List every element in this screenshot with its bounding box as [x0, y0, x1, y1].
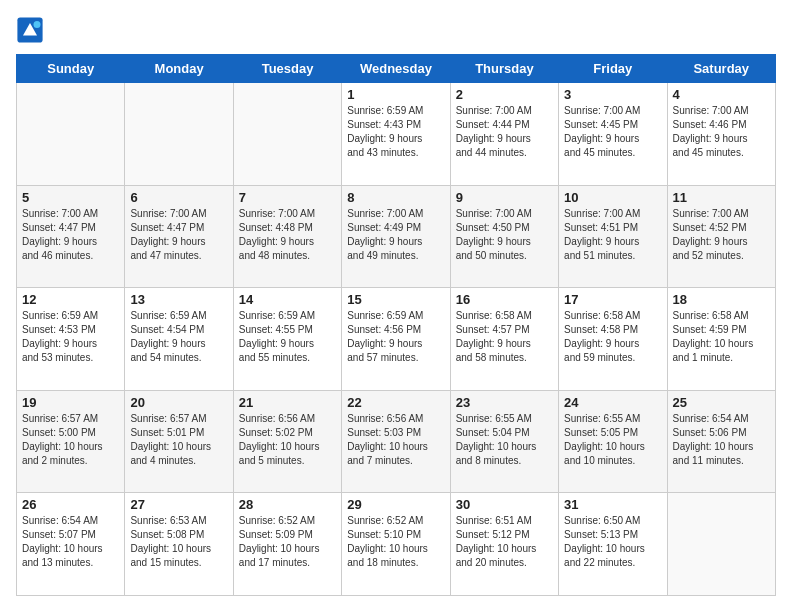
day-number: 18 [673, 292, 770, 307]
day-detail: Sunrise: 6:50 AM Sunset: 5:13 PM Dayligh… [564, 514, 661, 570]
calendar-cell: 23Sunrise: 6:55 AM Sunset: 5:04 PM Dayli… [450, 390, 558, 493]
calendar-cell: 2Sunrise: 7:00 AM Sunset: 4:44 PM Daylig… [450, 83, 558, 186]
day-detail: Sunrise: 7:00 AM Sunset: 4:45 PM Dayligh… [564, 104, 661, 160]
weekday-header-saturday: Saturday [667, 55, 775, 83]
day-detail: Sunrise: 6:54 AM Sunset: 5:06 PM Dayligh… [673, 412, 770, 468]
calendar-cell: 7Sunrise: 7:00 AM Sunset: 4:48 PM Daylig… [233, 185, 341, 288]
weekday-header-thursday: Thursday [450, 55, 558, 83]
day-detail: Sunrise: 6:54 AM Sunset: 5:07 PM Dayligh… [22, 514, 119, 570]
day-detail: Sunrise: 6:58 AM Sunset: 4:58 PM Dayligh… [564, 309, 661, 365]
day-number: 3 [564, 87, 661, 102]
day-detail: Sunrise: 6:59 AM Sunset: 4:43 PM Dayligh… [347, 104, 444, 160]
calendar-cell: 30Sunrise: 6:51 AM Sunset: 5:12 PM Dayli… [450, 493, 558, 596]
day-detail: Sunrise: 7:00 AM Sunset: 4:48 PM Dayligh… [239, 207, 336, 263]
day-detail: Sunrise: 6:52 AM Sunset: 5:09 PM Dayligh… [239, 514, 336, 570]
day-detail: Sunrise: 6:55 AM Sunset: 5:04 PM Dayligh… [456, 412, 553, 468]
weekday-header-friday: Friday [559, 55, 667, 83]
calendar-cell: 31Sunrise: 6:50 AM Sunset: 5:13 PM Dayli… [559, 493, 667, 596]
day-detail: Sunrise: 6:52 AM Sunset: 5:10 PM Dayligh… [347, 514, 444, 570]
calendar-cell [17, 83, 125, 186]
calendar-cell [125, 83, 233, 186]
calendar-cell: 12Sunrise: 6:59 AM Sunset: 4:53 PM Dayli… [17, 288, 125, 391]
day-number: 25 [673, 395, 770, 410]
day-number: 8 [347, 190, 444, 205]
week-row-4: 19Sunrise: 6:57 AM Sunset: 5:00 PM Dayli… [17, 390, 776, 493]
weekday-header-row: SundayMondayTuesdayWednesdayThursdayFrid… [17, 55, 776, 83]
day-detail: Sunrise: 7:00 AM Sunset: 4:47 PM Dayligh… [22, 207, 119, 263]
day-number: 15 [347, 292, 444, 307]
calendar-cell: 5Sunrise: 7:00 AM Sunset: 4:47 PM Daylig… [17, 185, 125, 288]
svg-point-2 [34, 21, 41, 28]
calendar-cell: 17Sunrise: 6:58 AM Sunset: 4:58 PM Dayli… [559, 288, 667, 391]
day-detail: Sunrise: 6:51 AM Sunset: 5:12 PM Dayligh… [456, 514, 553, 570]
calendar-cell: 24Sunrise: 6:55 AM Sunset: 5:05 PM Dayli… [559, 390, 667, 493]
day-number: 22 [347, 395, 444, 410]
week-row-3: 12Sunrise: 6:59 AM Sunset: 4:53 PM Dayli… [17, 288, 776, 391]
day-number: 19 [22, 395, 119, 410]
day-number: 31 [564, 497, 661, 512]
day-number: 17 [564, 292, 661, 307]
calendar-cell: 11Sunrise: 7:00 AM Sunset: 4:52 PM Dayli… [667, 185, 775, 288]
day-detail: Sunrise: 6:55 AM Sunset: 5:05 PM Dayligh… [564, 412, 661, 468]
logo-icon [16, 16, 44, 44]
calendar-cell: 28Sunrise: 6:52 AM Sunset: 5:09 PM Dayli… [233, 493, 341, 596]
calendar-cell: 1Sunrise: 6:59 AM Sunset: 4:43 PM Daylig… [342, 83, 450, 186]
day-detail: Sunrise: 6:58 AM Sunset: 4:59 PM Dayligh… [673, 309, 770, 365]
calendar-cell: 16Sunrise: 6:58 AM Sunset: 4:57 PM Dayli… [450, 288, 558, 391]
day-number: 23 [456, 395, 553, 410]
week-row-5: 26Sunrise: 6:54 AM Sunset: 5:07 PM Dayli… [17, 493, 776, 596]
calendar-cell: 10Sunrise: 7:00 AM Sunset: 4:51 PM Dayli… [559, 185, 667, 288]
day-number: 11 [673, 190, 770, 205]
calendar-cell: 25Sunrise: 6:54 AM Sunset: 5:06 PM Dayli… [667, 390, 775, 493]
day-detail: Sunrise: 6:57 AM Sunset: 5:00 PM Dayligh… [22, 412, 119, 468]
logo [16, 16, 46, 44]
day-detail: Sunrise: 7:00 AM Sunset: 4:50 PM Dayligh… [456, 207, 553, 263]
day-detail: Sunrise: 6:56 AM Sunset: 5:03 PM Dayligh… [347, 412, 444, 468]
calendar-cell: 14Sunrise: 6:59 AM Sunset: 4:55 PM Dayli… [233, 288, 341, 391]
day-detail: Sunrise: 7:00 AM Sunset: 4:49 PM Dayligh… [347, 207, 444, 263]
calendar-cell: 4Sunrise: 7:00 AM Sunset: 4:46 PM Daylig… [667, 83, 775, 186]
week-row-2: 5Sunrise: 7:00 AM Sunset: 4:47 PM Daylig… [17, 185, 776, 288]
day-number: 13 [130, 292, 227, 307]
day-detail: Sunrise: 7:00 AM Sunset: 4:51 PM Dayligh… [564, 207, 661, 263]
day-detail: Sunrise: 7:00 AM Sunset: 4:47 PM Dayligh… [130, 207, 227, 263]
calendar-cell: 29Sunrise: 6:52 AM Sunset: 5:10 PM Dayli… [342, 493, 450, 596]
calendar-cell: 6Sunrise: 7:00 AM Sunset: 4:47 PM Daylig… [125, 185, 233, 288]
calendar-cell: 18Sunrise: 6:58 AM Sunset: 4:59 PM Dayli… [667, 288, 775, 391]
calendar-cell: 19Sunrise: 6:57 AM Sunset: 5:00 PM Dayli… [17, 390, 125, 493]
day-number: 7 [239, 190, 336, 205]
week-row-1: 1Sunrise: 6:59 AM Sunset: 4:43 PM Daylig… [17, 83, 776, 186]
weekday-header-monday: Monday [125, 55, 233, 83]
page: SundayMondayTuesdayWednesdayThursdayFrid… [0, 0, 792, 612]
day-number: 4 [673, 87, 770, 102]
calendar-cell: 27Sunrise: 6:53 AM Sunset: 5:08 PM Dayli… [125, 493, 233, 596]
day-number: 2 [456, 87, 553, 102]
calendar-cell: 21Sunrise: 6:56 AM Sunset: 5:02 PM Dayli… [233, 390, 341, 493]
calendar-cell: 15Sunrise: 6:59 AM Sunset: 4:56 PM Dayli… [342, 288, 450, 391]
day-detail: Sunrise: 7:00 AM Sunset: 4:46 PM Dayligh… [673, 104, 770, 160]
day-number: 9 [456, 190, 553, 205]
calendar-cell [667, 493, 775, 596]
day-detail: Sunrise: 7:00 AM Sunset: 4:44 PM Dayligh… [456, 104, 553, 160]
day-detail: Sunrise: 6:59 AM Sunset: 4:54 PM Dayligh… [130, 309, 227, 365]
day-detail: Sunrise: 6:59 AM Sunset: 4:53 PM Dayligh… [22, 309, 119, 365]
day-number: 14 [239, 292, 336, 307]
day-number: 5 [22, 190, 119, 205]
day-number: 16 [456, 292, 553, 307]
weekday-header-sunday: Sunday [17, 55, 125, 83]
day-number: 10 [564, 190, 661, 205]
day-number: 20 [130, 395, 227, 410]
header [16, 16, 776, 44]
calendar-cell: 13Sunrise: 6:59 AM Sunset: 4:54 PM Dayli… [125, 288, 233, 391]
calendar-cell [233, 83, 341, 186]
day-number: 26 [22, 497, 119, 512]
calendar-cell: 3Sunrise: 7:00 AM Sunset: 4:45 PM Daylig… [559, 83, 667, 186]
day-detail: Sunrise: 6:57 AM Sunset: 5:01 PM Dayligh… [130, 412, 227, 468]
weekday-header-wednesday: Wednesday [342, 55, 450, 83]
day-detail: Sunrise: 6:58 AM Sunset: 4:57 PM Dayligh… [456, 309, 553, 365]
day-detail: Sunrise: 6:59 AM Sunset: 4:55 PM Dayligh… [239, 309, 336, 365]
day-number: 29 [347, 497, 444, 512]
day-number: 30 [456, 497, 553, 512]
day-number: 1 [347, 87, 444, 102]
day-detail: Sunrise: 6:59 AM Sunset: 4:56 PM Dayligh… [347, 309, 444, 365]
